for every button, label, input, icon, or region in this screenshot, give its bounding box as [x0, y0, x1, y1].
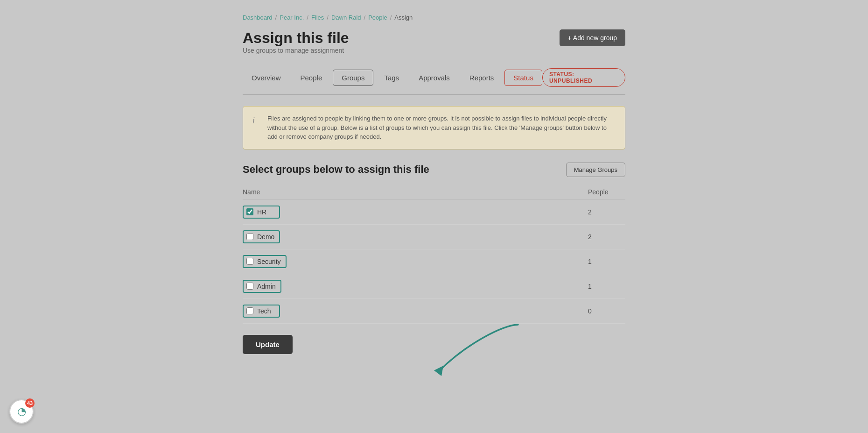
widget-badge: 43	[25, 398, 35, 408]
tab-status[interactable]: Status	[504, 70, 542, 86]
group-checkbox-label[interactable]: Tech	[246, 307, 271, 315]
breadcrumb-people[interactable]: People	[368, 14, 387, 21]
group-checkbox-label[interactable]: Security	[246, 258, 281, 265]
breadcrumb: Dashboard / Pear Inc. / Files / Dawn Rai…	[243, 14, 625, 21]
group-name: HR	[257, 208, 266, 216]
col-people: People	[588, 185, 625, 200]
page-title: Assign this file	[243, 29, 349, 47]
table-row: Admin1	[243, 274, 625, 298]
status-badge: STATUS: UNPUBLISHED	[542, 68, 625, 87]
breadcrumb-dawn-raid[interactable]: Dawn Raid	[331, 14, 361, 21]
groups-table: Name People HR2Demo2Security1Admin1Tech0	[243, 185, 625, 324]
section-header: Select groups below to assign this file …	[243, 163, 625, 177]
arrow-annotation	[429, 315, 523, 385]
breadcrumb-pear-inc[interactable]: Pear Inc.	[280, 14, 304, 21]
svg-marker-0	[434, 366, 443, 376]
widget-icon: ◔	[17, 405, 26, 418]
group-people-count: 1	[588, 249, 625, 274]
group-people-count: 2	[588, 199, 625, 224]
update-button[interactable]: Update	[243, 335, 293, 354]
info-banner-text: Files are assigned to people by linking …	[267, 114, 616, 142]
page-subtitle: Use groups to manage assignment	[243, 47, 349, 54]
group-name: Demo	[257, 233, 274, 241]
group-checkbox-demo[interactable]	[246, 233, 253, 240]
group-name: Tech	[257, 307, 271, 315]
group-people-count: 1	[588, 274, 625, 298]
group-name: Admin	[257, 283, 276, 290]
group-people-count: 0	[588, 298, 625, 323]
group-checkbox-label[interactable]: Admin	[246, 283, 276, 290]
group-checkbox-hr[interactable]	[246, 208, 253, 215]
table-row: Security1	[243, 249, 625, 274]
group-checkbox-admin[interactable]	[246, 283, 253, 290]
tab-groups[interactable]: Groups	[333, 70, 373, 86]
breadcrumb-files[interactable]: Files	[311, 14, 324, 21]
tab-approvals[interactable]: Approvals	[410, 70, 459, 86]
tab-reports[interactable]: Reports	[461, 70, 503, 86]
group-name: Security	[257, 258, 281, 265]
table-row: Demo2	[243, 224, 625, 249]
tab-tags[interactable]: Tags	[375, 70, 408, 86]
group-checkbox-tech[interactable]	[246, 307, 253, 314]
info-icon: i	[252, 114, 261, 127]
group-checkbox-label[interactable]: Demo	[246, 233, 274, 241]
breadcrumb-dashboard[interactable]: Dashboard	[243, 14, 273, 21]
tab-divider	[243, 94, 625, 95]
breadcrumb-current: Assign	[394, 14, 413, 21]
bottom-widget[interactable]: 43 ◔	[9, 399, 34, 424]
tab-list: Overview People Groups Tags Approvals Re…	[243, 70, 542, 86]
group-people-count: 2	[588, 224, 625, 249]
group-checkbox-security[interactable]	[246, 258, 253, 265]
info-banner: i Files are assigned to people by linkin…	[243, 106, 625, 149]
manage-groups-button[interactable]: Manage Groups	[566, 163, 625, 177]
tab-people[interactable]: People	[292, 70, 331, 86]
group-checkbox-label[interactable]: HR	[246, 208, 266, 216]
col-name: Name	[243, 185, 588, 200]
table-row: Tech0	[243, 298, 625, 323]
table-row: HR2	[243, 199, 625, 224]
add-new-group-button[interactable]: + Add new group	[560, 29, 625, 46]
tabs-row: Overview People Groups Tags Approvals Re…	[243, 68, 625, 87]
tab-overview[interactable]: Overview	[243, 70, 290, 86]
section-title: Select groups below to assign this file	[243, 163, 429, 176]
